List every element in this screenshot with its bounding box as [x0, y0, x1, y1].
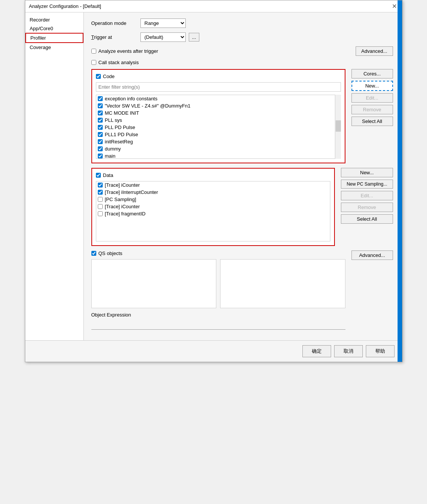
code-item-2: MC MODE INIT	[105, 110, 139, 116]
list-item[interactable]: [Trace] fragmentID	[96, 210, 330, 217]
code-scrollbar[interactable]	[335, 95, 341, 159]
code-item-5: PLL1 PD Pulse	[105, 132, 138, 137]
data-item-2: [PC Sampling]	[105, 197, 136, 202]
code-item-1: "Vector SW VLE - Z4.s#" @DummyFn1	[105, 103, 191, 109]
code-side-buttons: Cores... New... Edit... Remove Select Al…	[351, 69, 393, 126]
close-button[interactable]: ✕	[390, 3, 398, 10]
call-stack-row: Call stack analysis	[91, 60, 393, 65]
call-stack-checkbox[interactable]	[91, 60, 96, 65]
list-item[interactable]: MC MODE INIT	[96, 109, 341, 117]
list-item[interactable]: [Trace] iInterruptCounter	[96, 189, 330, 196]
main-content-area: Operation mode Range Single Continuous T…	[84, 12, 402, 340]
data-panel: Data [Trace] iCounter [Trace] iInterrupt…	[91, 168, 335, 246]
analyze-events-row: Analyze events after trigger Advanced...	[91, 46, 393, 56]
qs-advanced-button[interactable]: Advanced...	[351, 250, 393, 260]
code-item-8: main	[105, 153, 116, 159]
list-item[interactable]: PLL PD Pulse	[96, 124, 341, 131]
data-item-3: [Trace] iCounter	[105, 204, 140, 209]
code-title-label: Code	[103, 74, 115, 79]
trigger-label-text: Trigger at	[91, 34, 112, 40]
code-filter-input[interactable]	[96, 82, 341, 92]
data-item-1: [Trace] iInterruptCounter	[105, 189, 158, 195]
sidebar-item-recorder[interactable]: Recorder	[25, 15, 83, 24]
code-panel: Code exception info constants	[91, 69, 345, 163]
call-stack-label: Call stack analysis	[99, 60, 139, 65]
trigger-label: Trigger at	[91, 34, 140, 40]
operation-mode-row: Operation mode Range Single Continuous	[91, 18, 393, 28]
list-item[interactable]: PLL1 PD Pulse	[96, 131, 341, 138]
code-select-all-button[interactable]: Select All	[351, 117, 393, 126]
help-button[interactable]: 帮助	[366, 345, 395, 357]
bottom-bar: 确定 取消 帮助	[25, 340, 402, 362]
data-list-box: [Trace] iCounter [Trace] iInterruptCount…	[96, 181, 331, 241]
code-checkbox[interactable]	[96, 74, 101, 79]
analyze-events-checkbox[interactable]	[91, 49, 96, 54]
code-item-7: dummy	[105, 146, 121, 152]
object-expression-label: Object Expression	[91, 312, 131, 318]
qs-checkbox[interactable]	[91, 251, 96, 256]
list-item[interactable]: [Trace] iCounter	[96, 203, 330, 210]
list-item[interactable]: "Vector SW VLE - Z4.s#" @DummyFn1	[96, 102, 341, 109]
trigger-row: Trigger at (Default) Start End ...	[91, 32, 393, 42]
qs-panel: QS objects Object Expression	[91, 250, 345, 330]
object-expression-input[interactable]	[91, 319, 345, 330]
list-item[interactable]: exception info constants	[96, 95, 341, 102]
data-item-0: [Trace] iCounter	[105, 182, 140, 188]
code-list-box: exception info constants "Vector SW VLE …	[96, 95, 341, 159]
window-body: Recorder App/Core0 Profiler Coverage Ope…	[25, 12, 402, 340]
code-edit-button[interactable]: Edit...	[351, 93, 393, 103]
right-accent-bar	[398, 0, 402, 362]
qs-section-row: QS objects Object Expression	[91, 250, 393, 334]
data-edit-button[interactable]: Edit...	[341, 191, 393, 200]
analyze-events-label: Analyze events after trigger	[99, 48, 158, 54]
code-item-0: exception info constants	[105, 96, 157, 101]
code-remove-button[interactable]: Remove	[351, 105, 393, 114]
data-panel-wrap: Data [Trace] iCounter [Trace] iInterrupt…	[91, 168, 335, 250]
code-item-4: PLL PD Pulse	[105, 124, 135, 130]
object-expression-area: Object Expression	[91, 312, 345, 330]
advanced-button-top[interactable]: Advanced...	[356, 46, 393, 56]
list-item[interactable]: PLL sys	[96, 117, 341, 124]
code-panel-wrap: Code exception info constants	[91, 69, 345, 168]
code-item-6: initResetReg	[105, 139, 133, 144]
main-window: Analyzer Configuration - [Default] ✕ Rec…	[25, 0, 402, 362]
code-section-row: Code exception info constants	[91, 69, 393, 168]
data-item-4: [Trace] fragmentID	[105, 211, 146, 217]
data-side-buttons: New... New PC Sampling... Edit... Remove…	[341, 168, 393, 224]
data-remove-button[interactable]: Remove	[341, 203, 393, 212]
sidebar-item-profiler[interactable]: Profiler	[25, 33, 83, 43]
code-list-container: exception info constants "Vector SW VLE …	[96, 95, 341, 159]
confirm-button[interactable]: 确定	[302, 345, 331, 357]
data-new-pc-sampling-button[interactable]: New PC Sampling...	[341, 180, 393, 189]
sidebar: Recorder App/Core0 Profiler Coverage	[25, 12, 84, 340]
trigger-ellipsis-button[interactable]: ...	[189, 33, 200, 41]
operation-mode-label: Operation mode	[91, 20, 140, 26]
cancel-button[interactable]: 取消	[334, 345, 363, 357]
data-checkbox[interactable]	[96, 173, 101, 178]
operation-mode-select[interactable]: Range Single Continuous	[140, 18, 186, 28]
list-item[interactable]: [PC Sampling]	[96, 196, 330, 203]
qs-box-left	[91, 259, 217, 308]
qs-panel-wrap: QS objects Object Expression	[91, 250, 345, 334]
code-panel-title: Code	[96, 74, 341, 79]
window-title: Analyzer Configuration - [Default]	[29, 3, 101, 9]
code-item-3: PLL sys	[105, 117, 122, 123]
sidebar-item-appcore0[interactable]: App/Core0	[25, 24, 83, 33]
data-new-button[interactable]: New...	[341, 168, 393, 177]
list-item[interactable]: dummy	[96, 145, 341, 152]
title-bar: Analyzer Configuration - [Default] ✕	[25, 0, 402, 12]
qs-title-label: QS objects	[99, 250, 123, 256]
list-item[interactable]: initResetReg	[96, 138, 341, 145]
sidebar-item-coverage[interactable]: Coverage	[25, 43, 83, 52]
qs-title-row: QS objects	[91, 250, 345, 256]
list-item[interactable]: [Trace] iCounter	[96, 181, 330, 189]
qs-box-right	[220, 259, 345, 308]
cores-button[interactable]: Cores...	[351, 69, 393, 78]
data-select-all-button[interactable]: Select All	[341, 214, 393, 224]
code-scroll-thumb	[336, 120, 341, 132]
code-new-button[interactable]: New...	[351, 81, 393, 91]
trigger-select[interactable]: (Default) Start End	[140, 32, 186, 42]
data-title-label: Data	[103, 172, 113, 178]
list-item[interactable]: main	[96, 152, 341, 159]
qs-side-buttons: Advanced...	[351, 250, 393, 260]
